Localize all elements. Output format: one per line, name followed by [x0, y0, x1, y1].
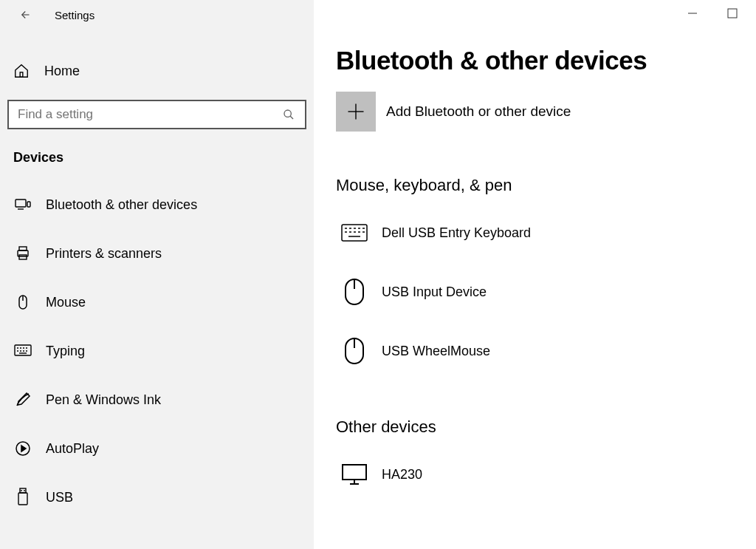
- svg-rect-32: [342, 225, 367, 241]
- sidebar-item-label: Mouse: [46, 295, 86, 310]
- sidebar-item-pen[interactable]: Pen & Windows Ink: [0, 375, 314, 424]
- minimize-icon: [687, 8, 698, 18]
- page-title: Bluetooth & other devices: [336, 46, 734, 75]
- sidebar-item-label: Bluetooth & other devices: [46, 197, 197, 213]
- add-device-button[interactable]: Add Bluetooth or other device: [336, 92, 734, 132]
- device-list: Dell USB Entry Keyboard USB Input Device…: [336, 207, 734, 377]
- device-item[interactable]: USB WheelMouse: [336, 325, 734, 377]
- autoplay-icon: [13, 439, 32, 458]
- sidebar-item-label: USB: [46, 490, 73, 505]
- mouse-icon: [340, 278, 368, 306]
- add-device-label: Add Bluetooth or other device: [386, 103, 571, 120]
- svg-rect-8: [19, 247, 27, 250]
- keyboard-icon: [13, 341, 32, 361]
- sidebar-item-label: Typing: [46, 344, 85, 359]
- sidebar-item-mouse[interactable]: Mouse: [0, 278, 314, 327]
- sidebar-item-bluetooth[interactable]: Bluetooth & other devices: [0, 180, 314, 229]
- device-list: HA230: [336, 449, 734, 500]
- mouse-icon: [340, 337, 368, 365]
- svg-rect-48: [343, 465, 366, 480]
- window-title: Settings: [55, 9, 94, 21]
- device-item[interactable]: HA230: [336, 449, 734, 500]
- home-label: Home: [44, 64, 80, 79]
- window-controls: [684, 4, 741, 22]
- nav-list: Bluetooth & other devices Printers & sca…: [0, 180, 314, 522]
- mouse-icon: [13, 293, 32, 312]
- maximize-button[interactable]: [724, 4, 741, 22]
- device-section-title: Other devices: [336, 417, 734, 437]
- svg-rect-1: [20, 72, 23, 77]
- devices-icon: [13, 195, 32, 214]
- plus-icon: [346, 101, 366, 122]
- printer-icon: [13, 244, 32, 263]
- home-icon: [13, 63, 30, 79]
- device-label: USB WheelMouse: [382, 344, 490, 359]
- sidebar-section-title: Devices: [13, 150, 300, 166]
- back-button[interactable]: [15, 6, 32, 24]
- sidebar-item-usb[interactable]: USB: [0, 473, 314, 522]
- main-content: Bluetooth & other devices Add Bluetooth …: [314, 0, 756, 549]
- svg-rect-4: [16, 200, 26, 207]
- device-label: Dell USB Entry Keyboard: [382, 225, 531, 241]
- device-label: HA230: [382, 467, 422, 482]
- device-section-mouse-keyboard: Mouse, keyboard, & pen Dell USB Entry Ke…: [336, 176, 734, 377]
- svg-rect-9: [19, 255, 27, 259]
- svg-rect-12: [15, 345, 31, 355]
- maximize-icon: [727, 8, 738, 18]
- pen-icon: [13, 390, 32, 409]
- svg-rect-25: [18, 493, 27, 505]
- keyboard-icon: [340, 219, 368, 247]
- sidebar-item-label: Pen & Windows Ink: [46, 392, 161, 408]
- svg-rect-5: [27, 202, 30, 207]
- arrow-left-icon: [17, 8, 30, 21]
- svg-line-3: [290, 116, 293, 119]
- device-item[interactable]: USB Input Device: [336, 266, 734, 318]
- plus-button: [336, 92, 376, 132]
- titlebar: Settings: [0, 0, 314, 30]
- sidebar-item-label: Printers & scanners: [46, 246, 162, 262]
- search-box[interactable]: [7, 100, 306, 129]
- svg-rect-24: [20, 488, 26, 493]
- home-nav[interactable]: Home: [0, 55, 314, 86]
- device-section-other: Other devices HA230: [336, 417, 734, 500]
- usb-icon: [13, 488, 32, 507]
- search-icon: [281, 107, 296, 122]
- device-item[interactable]: Dell USB Entry Keyboard: [336, 207, 734, 259]
- sidebar-item-printers[interactable]: Printers & scanners: [0, 229, 314, 278]
- sidebar-item-autoplay[interactable]: AutoPlay: [0, 424, 314, 473]
- search-input[interactable]: [18, 107, 281, 122]
- svg-rect-29: [728, 9, 737, 18]
- sidebar: Settings Home Devices Bluetooth & other …: [0, 0, 314, 549]
- monitor-icon: [340, 460, 368, 488]
- device-label: USB Input Device: [382, 284, 487, 300]
- sidebar-item-typing[interactable]: Typing: [0, 327, 314, 375]
- svg-point-2: [284, 110, 291, 117]
- device-section-title: Mouse, keyboard, & pen: [336, 176, 734, 195]
- svg-marker-23: [21, 446, 26, 451]
- minimize-button[interactable]: [684, 4, 701, 22]
- sidebar-item-label: AutoPlay: [46, 441, 99, 457]
